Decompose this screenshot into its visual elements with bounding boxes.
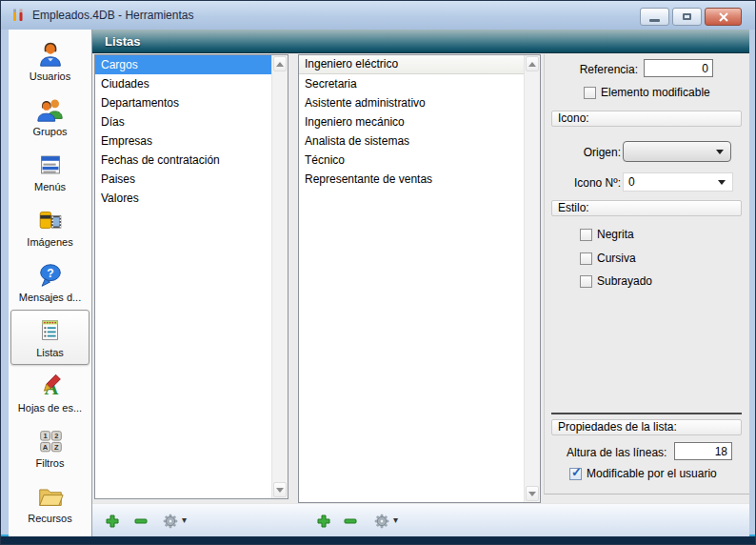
list-row[interactable]: Paises [95,170,271,189]
svg-text:Z: Z [53,443,58,452]
user-icon [36,40,65,69]
sidebar-item-usuarios[interactable]: Usuarios [9,33,91,89]
add-list-button[interactable] [104,513,120,529]
list-row-selected[interactable]: Cargos [95,55,271,74]
scroll-down-button[interactable] [273,482,287,497]
page-title: Listas [92,30,749,53]
subrayado-checkbox[interactable]: ✓ Subrayado [580,274,652,288]
sidebar-item-label: Recursos [28,513,71,524]
checkbox-box[interactable]: ✓ [580,275,592,288]
cursiva-checkbox[interactable]: ✓ Cursiva [580,252,636,265]
item-row[interactable]: Representante de ventas [299,170,524,189]
icono-no-dropdown[interactable]: 0 [623,172,733,192]
modificable-usuario-checkbox[interactable]: ✓ Modificable por el usuario [569,467,717,480]
maximize-button[interactable] [672,8,702,26]
menu-icon [36,151,65,179]
sidebar-item-label: Usuarios [30,71,70,82]
list-options-button[interactable] [162,513,178,529]
item-options-button[interactable] [373,513,389,529]
estilo-section-header: Estilo: [551,200,742,216]
item-row[interactable]: Técnico [299,151,524,170]
sidebar-item-filtros[interactable]: 1 2 A Z Filtros [9,420,91,475]
remove-item-button[interactable] [342,513,358,529]
window-border-left [1,30,9,535]
negrita-checkbox[interactable]: ✓ Negrita [580,228,634,241]
folder-icon [36,482,65,511]
origen-label: Origen: [554,146,621,159]
propiedades-section-header: Propiedades de la lista: [551,419,742,435]
sidebar: Usuarios Grupos [9,30,92,536]
lists-rows: Cargos Ciudades Departamentos Días Empre… [95,55,271,498]
sidebar-item-menus[interactable]: Menús [9,144,91,199]
checkbox-label: Elemento modificable [601,86,710,99]
item-row[interactable]: Analista de sistemas [299,131,524,151]
checkbox-box[interactable]: ✓ [580,229,592,241]
triangle-up-icon [528,62,536,67]
maximize-icon [683,13,691,20]
titlebar[interactable]: Empleados.4DB - Herramientas [1,1,755,30]
sidebar-item-hojas[interactable]: A Hojas de es... [9,365,91,420]
sidebar-item-recursos[interactable]: Recursos [9,475,91,531]
icono-no-label: Icono Nº: [550,176,621,190]
remove-list-button[interactable] [132,513,149,529]
referencia-input[interactable] [644,59,713,77]
item-row[interactable]: Asistente administrativo [299,93,524,112]
checkbox-box[interactable]: ✓ [580,252,592,265]
check-icon: ✓ [571,466,582,478]
scrollbar[interactable] [271,55,288,498]
close-icon [718,12,729,22]
close-button[interactable] [705,8,742,26]
scrollbar[interactable] [524,55,540,502]
chevron-down-icon[interactable]: ▾ [393,515,398,525]
scroll-up-button[interactable] [273,56,287,71]
svg-text:A: A [42,443,48,452]
window-title: Empleados.4DB - Herramientas [32,9,193,22]
scroll-up-button[interactable] [526,56,539,71]
item-row[interactable]: Ingeniero mecánico [299,112,524,131]
chevron-down-icon [716,150,724,154]
sidebar-item-imagenes[interactable]: Imágenes [9,199,91,254]
item-row-selected[interactable]: Ingeniero eléctrico [299,55,524,74]
origen-dropdown[interactable] [623,141,731,162]
list-row[interactable]: Ciudades [95,74,271,93]
triangle-up-icon [276,62,284,67]
referencia-label: Referencia: [554,63,638,76]
altura-lineas-label: Altura de las líneas: [567,446,673,459]
list-row[interactable]: Valores [95,189,271,208]
minus-icon [133,514,149,529]
scroll-down-button[interactable] [526,486,539,501]
minus-icon [343,514,358,529]
main-area: Cargos Ciudades Departamentos Días Empre… [92,53,749,536]
sidebar-item-label: Hojas de es... [18,402,82,414]
plus-icon [105,514,120,529]
separator-line [551,413,742,414]
list-row[interactable]: Departamentos [95,93,271,112]
checkbox-label: Negrita [597,228,634,241]
list-row[interactable]: Fechas de contratación [95,151,271,170]
minimize-icon [649,19,660,22]
add-item-button[interactable] [315,513,331,529]
users-icon [36,95,65,124]
svg-text:?: ? [47,267,53,280]
chevron-down-icon[interactable]: ▾ [182,515,187,525]
item-row[interactable]: Secretaria [299,74,524,93]
sidebar-item-label: Mensajes d... [19,292,81,303]
sidebar-item-listas[interactable]: Listas [10,310,90,365]
list-row[interactable]: Empresas [95,131,271,151]
stylesheet-icon: A [36,372,65,400]
elemento-modificable-checkbox[interactable]: ✓ Elemento modificable [584,86,710,99]
altura-lineas-input[interactable] [674,442,732,460]
minimize-button[interactable] [640,8,669,26]
list-toolbar: ▾ [92,503,749,536]
list-row[interactable]: Días [95,112,271,131]
checkbox-box[interactable]: ✓ [569,468,582,480]
checkbox-box[interactable]: ✓ [584,87,596,99]
items-rows: Ingeniero eléctrico Secretaria Asistente… [299,55,524,502]
notepad-icon [36,316,65,345]
sidebar-item-mensajes[interactable]: ? Mensajes d... [9,254,91,310]
gear-icon [374,514,389,529]
sidebar-item-grupos[interactable]: Grupos [9,89,91,144]
message-question-icon: ? [36,261,65,290]
properties-panel: Referencia: ✓ Elemento modificable Icono… [544,54,749,495]
filter-keys-icon: 1 2 A Z [36,427,65,455]
